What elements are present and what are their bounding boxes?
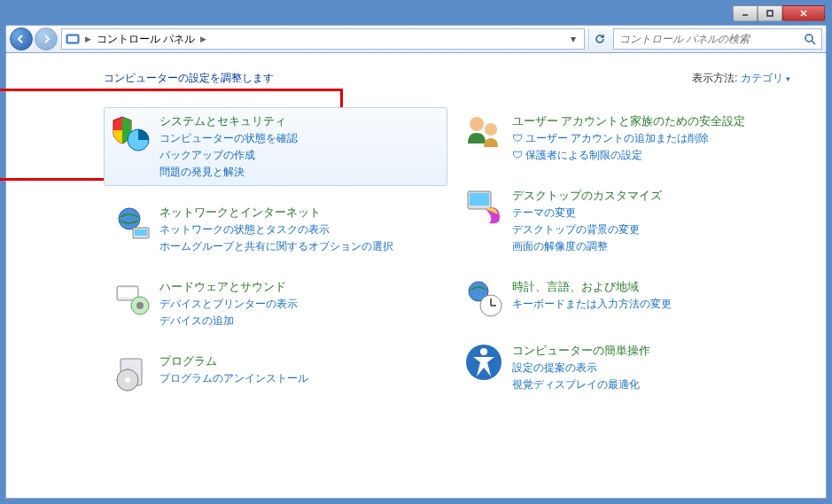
category-appearance[interactable]: デスクトップのカスタマイズ テーマの変更 デスクトップの背景の変更 画面の解像度… [456,182,800,260]
category-clock-language[interactable]: 時計、言語、および地域 キーボードまたは入力方法の変更 [456,273,800,324]
category-title[interactable]: 時計、言語、および地域 [512,279,672,295]
category-programs[interactable]: プログラム プログラムのアンインストール [104,347,447,399]
clock-language-icon [464,279,503,318]
view-by-label: 表示方法: [692,72,737,84]
category-link[interactable]: 画面の解像度の調整 [512,239,662,254]
category-link[interactable]: 🛡 保護者による制限の設定 [512,148,746,163]
programs-icon [112,353,151,392]
svg-point-6 [805,35,813,42]
category-title[interactable]: コンピューターの簡単操作 [512,343,650,359]
breadcrumb-text[interactable]: コントロール パネル [97,32,195,47]
svg-point-19 [125,377,130,383]
view-by-value[interactable]: カテゴリ [741,72,783,84]
shield-icon: 🛡 [512,149,523,161]
breadcrumb[interactable]: ▶ コントロール パネル ▶ ▾ [61,28,585,50]
hardware-icon [112,279,151,318]
search-box[interactable] [613,28,822,50]
maximize-button[interactable] [758,5,782,21]
category-system-security[interactable]: システムとセキュリティ コンピューターの状態を確認 バックアップの作成 問題の発… [104,107,447,186]
svg-rect-1 [767,11,773,16]
search-icon[interactable] [804,33,816,45]
refresh-button[interactable] [588,28,610,50]
svg-rect-5 [68,36,77,42]
system-security-icon [112,113,151,152]
category-title[interactable]: システムとセキュリティ [159,113,298,129]
category-network[interactable]: ネットワークとインターネット ネットワークの状態とタスクの表示 ホームグループと… [104,198,447,260]
category-link[interactable]: デバイスとプリンターの表示 [159,297,298,312]
minimize-button[interactable] [733,5,758,21]
network-icon [112,205,151,244]
breadcrumb-dropdown[interactable]: ▾ [566,33,580,45]
content-area: コンピューターの設定を調整します 表示方法: カテゴリ ▾ [5,53,827,499]
category-link[interactable]: デスクトップの背景の変更 [512,222,662,237]
svg-point-9 [119,208,140,229]
svg-line-7 [812,41,815,44]
category-title[interactable]: ネットワークとインターネット [159,205,393,221]
category-title[interactable]: デスクトップのカスタマイズ [512,188,662,204]
category-link[interactable]: ホームグループと共有に関するオプションの選択 [159,239,393,254]
back-button[interactable] [10,27,33,50]
close-button[interactable] [782,5,825,21]
category-title[interactable]: プログラム [159,353,308,369]
appearance-icon [464,188,503,227]
control-panel-icon [66,32,80,46]
category-link[interactable]: テーマの変更 [512,205,662,221]
chevron-right-icon[interactable]: ▶ [198,35,208,43]
chevron-right-icon[interactable]: ▶ [83,35,93,43]
category-title[interactable]: ユーザー アカウントと家族のための安全設定 [512,113,746,129]
svg-rect-11 [135,229,147,236]
chevron-down-icon[interactable]: ▾ [786,74,790,83]
search-input[interactable] [619,33,804,45]
category-ease-of-access[interactable]: コンピューターの簡単操作 設定の提案の表示 視覚ディスプレイの最適化 [456,337,800,399]
svg-point-21 [485,123,497,136]
category-link[interactable]: 問題の発見と解決 [159,165,298,180]
forward-button[interactable] [35,27,58,50]
category-title[interactable]: ハードウェアとサウンド [159,279,298,295]
category-link[interactable]: ネットワークの状態とタスクの表示 [159,222,393,237]
category-link[interactable]: キーボードまたは入力方法の変更 [512,297,672,312]
category-link[interactable]: 🛡 ユーザー アカウントの追加または削除 [512,131,746,146]
svg-rect-23 [470,193,489,205]
category-hardware[interactable]: ハードウェアとサウンド デバイスとプリンターの表示 デバイスの追加 [104,273,447,335]
ease-of-access-icon [464,343,503,382]
svg-point-15 [136,302,144,309]
toolbar: ▶ コントロール パネル ▶ ▾ [5,25,827,53]
category-link[interactable]: コンピューターの状態を確認 [159,131,298,146]
user-accounts-icon [464,113,503,152]
shield-icon: 🛡 [512,132,523,144]
category-link[interactable]: プログラムのアンインストール [159,371,308,386]
category-link[interactable]: デバイスの追加 [159,314,298,329]
svg-rect-13 [119,288,136,297]
svg-point-29 [480,348,487,355]
view-by[interactable]: 表示方法: カテゴリ ▾ [692,71,790,86]
category-link[interactable]: バックアップの作成 [159,148,298,163]
titlebar [5,5,827,25]
page-title: コンピューターの設定を調整します [104,71,274,86]
svg-point-20 [470,117,484,131]
category-user-accounts[interactable]: ユーザー アカウントと家族のための安全設定 🛡 ユーザー アカウントの追加または… [456,107,800,169]
category-link[interactable]: 視覚ディスプレイの最適化 [512,377,650,392]
category-link[interactable]: 設定の提案の表示 [512,361,650,376]
